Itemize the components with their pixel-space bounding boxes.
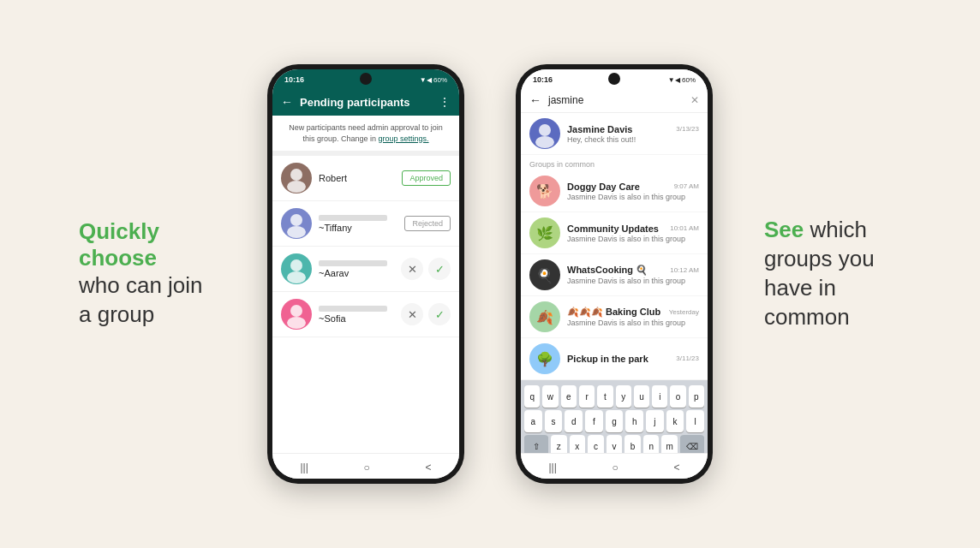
- key-m[interactable]: m: [661, 435, 678, 453]
- svg-point-8: [539, 124, 551, 136]
- svg-point-3: [287, 226, 306, 238]
- chat-preview-community: Jasmine Davis is also in this group: [567, 235, 699, 243]
- svg-point-7: [287, 317, 306, 329]
- chat-time-doggy: 9:07 AM: [674, 182, 699, 190]
- phone1-nav-home[interactable]: ○: [364, 462, 370, 474]
- participant-name-sofia: ~Sofia: [319, 313, 394, 324]
- participant-name-robert: Robert: [319, 173, 395, 183]
- key-t[interactable]: t: [597, 385, 612, 408]
- rejected-badge: Rejected: [404, 216, 451, 231]
- key-i[interactable]: i: [652, 385, 667, 408]
- phone2-nav-recent[interactable]: |||: [548, 462, 556, 474]
- key-y[interactable]: y: [616, 385, 631, 408]
- reject-aarav-button[interactable]: ✕: [401, 258, 423, 280]
- svg-point-9: [535, 136, 554, 148]
- chat-item-doggy[interactable]: 🐕 Doggy Day Care 9:07 AM Jasmine Davis i…: [521, 170, 708, 212]
- svg-point-6: [290, 305, 302, 317]
- chat-time-jasmine: 3/13/23: [676, 125, 699, 133]
- phone1-nav-back[interactable]: <: [426, 462, 432, 474]
- participant-name-aarav: ~Aarav: [319, 268, 394, 278]
- key-u[interactable]: u: [634, 385, 649, 408]
- phone1-nav-recent[interactable]: |||: [300, 462, 308, 474]
- key-q[interactable]: q: [524, 385, 540, 408]
- key-n[interactable]: n: [643, 435, 660, 453]
- left-text: Quicklychoose who can joina group: [79, 218, 216, 330]
- avatar-baking: 🍂: [529, 301, 560, 332]
- phone2-nav-home[interactable]: ○: [612, 462, 618, 474]
- phone2-nav-back[interactable]: <: [674, 462, 680, 474]
- reject-sofia-button[interactable]: ✕: [401, 303, 423, 325]
- key-d[interactable]: d: [565, 410, 583, 432]
- chat-item-whatscooking[interactable]: 🍳 WhatsCooking 🍳 10:12 AM Jasmine Davis …: [521, 254, 708, 296]
- key-shift[interactable]: ⇧: [524, 435, 548, 453]
- key-o[interactable]: o: [670, 385, 685, 408]
- admin-notice: New participants need admin approval to …: [272, 116, 459, 151]
- key-e[interactable]: e: [561, 385, 577, 408]
- chat-name-community: Community Updates: [567, 223, 659, 234]
- chat-time-pickup: 3/11/23: [676, 354, 699, 362]
- svg-point-0: [290, 169, 302, 181]
- phone2-back-button[interactable]: ←: [529, 93, 541, 107]
- left-highlight: Quicklychoose: [79, 218, 159, 271]
- key-b[interactable]: b: [624, 435, 641, 453]
- phone1-title: Pending participants: [300, 96, 432, 109]
- key-x[interactable]: x: [570, 435, 586, 453]
- key-f[interactable]: f: [585, 410, 603, 432]
- avatar-tiffany: [281, 208, 312, 239]
- chat-item-community[interactable]: 🌿 Community Updates 10:01 AM Jasmine Dav…: [521, 212, 708, 254]
- key-w[interactable]: w: [542, 385, 558, 408]
- keyboard-row-1: q w e r t y u i o p: [524, 385, 704, 408]
- chat-info-pickup: Pickup in the park 3/11/23: [567, 354, 699, 365]
- key-z[interactable]: z: [551, 435, 567, 453]
- section-label-groups: Groups in common: [521, 155, 708, 170]
- participant-info-robert: Robert: [319, 173, 395, 183]
- chat-item-pickup[interactable]: 🌳 Pickup in the park 3/11/23: [521, 338, 708, 380]
- phone1-app-bar: ← Pending participants ⋮: [272, 88, 459, 116]
- svg-point-5: [287, 271, 306, 283]
- phone2-time: 10:16: [533, 75, 553, 84]
- phone-2: 10:16 ▼◀ 60% ← jasmine ✕ Jasmine D: [516, 64, 713, 484]
- key-l[interactable]: l: [686, 410, 704, 432]
- participant-name-tiffany: ~Tiffany: [319, 223, 397, 233]
- participant-item-tiffany: ~Tiffany Rejected: [272, 201, 459, 247]
- svg-point-1: [287, 181, 306, 193]
- key-backspace[interactable]: ⌫: [680, 435, 704, 453]
- participant-info-aarav: ~Aarav: [319, 260, 394, 278]
- chat-time-community: 10:01 AM: [670, 224, 699, 232]
- phone2-nav-bar: ||| ○ <: [521, 453, 708, 479]
- chat-name-jasmine: Jasmine Davis: [567, 124, 632, 134]
- chat-item-jasmine[interactable]: Jasmine Davis 3/13/23 Hey, check this ou…: [521, 113, 708, 155]
- key-h[interactable]: h: [625, 410, 643, 432]
- participant-item-sofia: ~Sofia ✕ ✓: [272, 292, 459, 337]
- chat-name-doggy: Doggy Day Care: [567, 182, 640, 192]
- avatar-pickup: 🌳: [529, 343, 560, 374]
- phone2-status-icons: ▼◀ 60%: [668, 76, 696, 84]
- phone2-notch: [608, 73, 620, 85]
- key-p[interactable]: p: [689, 385, 704, 408]
- key-g[interactable]: g: [606, 410, 624, 432]
- approve-sofia-button[interactable]: ✓: [428, 303, 451, 325]
- phone-1: 10:16 ▼◀ 60% ← Pending participants ⋮ Ne…: [267, 64, 464, 484]
- phone1-more-icon[interactable]: ⋮: [439, 95, 451, 109]
- phone1-content: New participants need admin approval to …: [272, 116, 459, 453]
- chat-item-baking[interactable]: 🍂 🍂🍂🍂 Baking Club Yesterday Jasmine Davi…: [521, 296, 708, 338]
- phone1-notch: [360, 73, 372, 85]
- phone1-back-button[interactable]: ←: [281, 95, 293, 109]
- chat-info-community: Community Updates 10:01 AM Jasmine Davis…: [567, 223, 699, 243]
- approve-aarav-button[interactable]: ✓: [428, 258, 451, 280]
- key-c[interactable]: c: [588, 435, 604, 453]
- key-k[interactable]: k: [666, 410, 684, 432]
- key-s[interactable]: s: [545, 410, 563, 432]
- participant-info-tiffany: ~Tiffany: [319, 215, 397, 233]
- chat-preview-jasmine: Hey, check this out!!: [567, 135, 699, 144]
- avatar-community: 🌿: [529, 217, 560, 248]
- key-a[interactable]: a: [524, 410, 542, 432]
- group-settings-link[interactable]: group settings.: [379, 134, 429, 143]
- key-j[interactable]: j: [646, 410, 664, 432]
- key-v[interactable]: v: [607, 435, 623, 453]
- left-normal: who can joina group: [79, 271, 203, 330]
- search-clear-button[interactable]: ✕: [690, 94, 699, 106]
- search-input-value[interactable]: jasmine: [548, 94, 684, 106]
- chat-name-pickup: Pickup in the park: [567, 354, 648, 364]
- key-r[interactable]: r: [579, 385, 595, 408]
